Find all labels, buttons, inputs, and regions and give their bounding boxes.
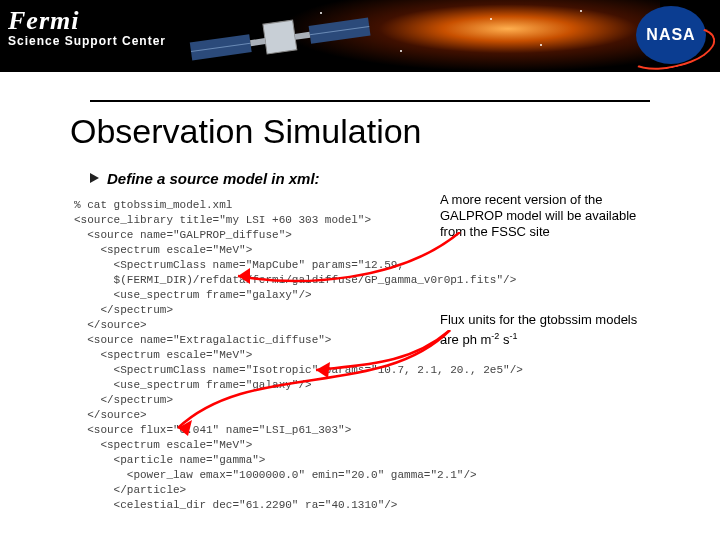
bullet-icon [90, 173, 99, 183]
brand-subtitle: Science Support Center [8, 34, 166, 48]
arrow-isotropic [300, 330, 480, 390]
subheading: Define a source model in xml: [90, 170, 320, 187]
subheading-text: Define a source model in xml: [107, 170, 320, 187]
satellite-icon [170, 8, 390, 68]
banner: Fermi Science Support Center NASA [0, 0, 720, 72]
nasa-logo: NASA [636, 6, 706, 64]
svg-marker-9 [316, 362, 330, 378]
fermi-logo: Fermi Science Support Center [8, 6, 166, 48]
nasa-label: NASA [646, 26, 695, 44]
brand-title: Fermi [8, 6, 166, 36]
page-title: Observation Simulation [70, 112, 422, 151]
svg-marker-7 [238, 268, 250, 284]
svg-rect-4 [263, 20, 297, 54]
horizontal-rule [90, 100, 650, 102]
arrow-galprop [220, 232, 480, 302]
svg-rect-5 [250, 38, 266, 46]
svg-rect-6 [295, 32, 311, 40]
